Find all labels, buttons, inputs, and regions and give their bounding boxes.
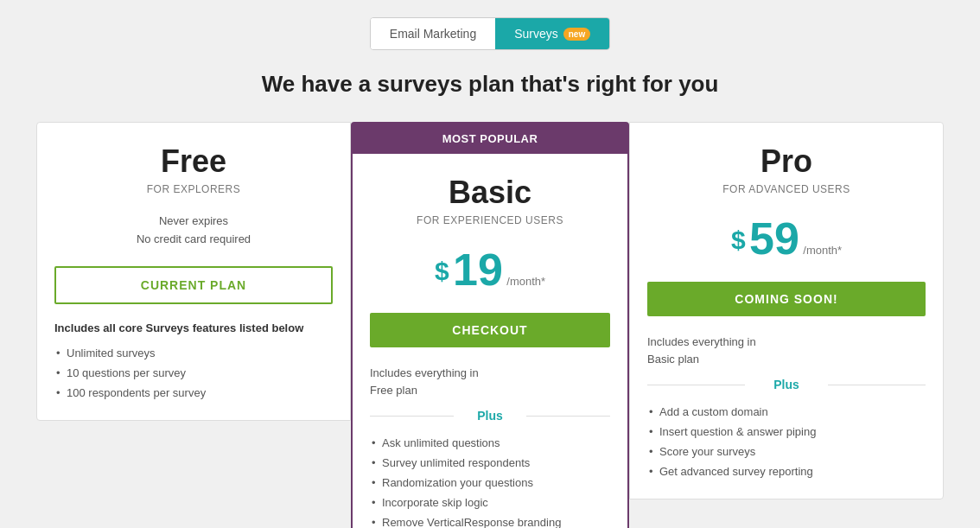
basic-plan-name: Basic [370, 175, 610, 211]
new-badge: new [563, 28, 590, 41]
current-plan-button[interactable]: CURRENT PLAN [54, 266, 333, 304]
pro-plus-divider: Plus [647, 378, 926, 391]
checkout-button[interactable]: CHECKOUT [370, 313, 610, 347]
list-item: Score your surveys [647, 442, 926, 461]
pro-includes-text: Includes everything in Basic plan [647, 334, 926, 367]
tab-surveys-label: Surveys [514, 27, 558, 41]
basic-features-list: Ask unlimited questions Survey unlimited… [370, 433, 610, 528]
basic-price-dollar: $ [435, 257, 449, 285]
list-item: Unlimited surveys [54, 343, 333, 363]
coming-soon-button[interactable]: COMING SOON! [647, 282, 926, 316]
plan-type-tabs: Email Marketing Surveys new [370, 17, 610, 50]
list-item: Insert question & answer piping [647, 422, 926, 442]
plans-container: Free FOR EXPLORERS Never expires No cred… [36, 122, 944, 528]
page-title: We have a surveys plan that's right for … [262, 71, 719, 98]
most-popular-banner: MOST POPULAR [351, 122, 629, 154]
free-no-expire: Never expires No credit card required [54, 213, 333, 249]
pro-price-container: $ 59 /month* [647, 213, 926, 264]
basic-includes-text: Includes everything in Free plan [370, 365, 610, 398]
tab-email-marketing[interactable]: Email Marketing [371, 18, 495, 49]
basic-plan-wrapper: MOST POPULAR Basic FOR EXPERIENCED USERS… [351, 122, 629, 528]
basic-plan-subtitle: FOR EXPERIENCED USERS [370, 214, 610, 226]
plan-card-basic: Basic FOR EXPERIENCED USERS $ 19 /month*… [351, 154, 629, 528]
free-plan-name: Free [54, 143, 333, 180]
basic-price-amount: 19 [453, 245, 503, 295]
pro-price-dollar: $ [731, 226, 746, 254]
free-features-list: Unlimited surveys 10 questions per surve… [54, 343, 333, 403]
basic-price-period: /month* [506, 275, 545, 288]
pro-price-amount: 59 [749, 213, 799, 264]
list-item: Survey unlimited respondents [370, 453, 610, 473]
list-item: Incorporate skip logic [370, 493, 610, 512]
list-item: 100 respondents per survey [54, 383, 333, 403]
plan-card-pro: Pro FOR ADVANCED USERS $ 59 /month* COMI… [629, 122, 944, 499]
basic-price-container: $ 19 /month* [370, 244, 610, 296]
list-item: Remove VerticalResponse branding [370, 512, 610, 528]
plan-card-free: Free FOR EXPLORERS Never expires No cred… [36, 122, 351, 421]
list-item: Ask unlimited questions [370, 433, 610, 453]
list-item: Get advanced survey reporting [647, 461, 926, 481]
pro-features-list: Add a custom domain Insert question & an… [647, 402, 926, 481]
list-item: Randomization your questions [370, 473, 610, 493]
pro-plan-subtitle: FOR ADVANCED USERS [647, 183, 926, 195]
pro-price-period: /month* [803, 244, 842, 257]
list-item: 10 questions per survey [54, 363, 333, 383]
free-features-header: Includes all core Surveys features liste… [54, 321, 333, 334]
pro-plan-name: Pro [647, 143, 926, 180]
basic-plus-divider: Plus [370, 409, 610, 423]
tab-surveys[interactable]: Surveys new [495, 18, 609, 49]
list-item: Add a custom domain [647, 402, 926, 422]
free-plan-subtitle: FOR EXPLORERS [54, 183, 333, 195]
